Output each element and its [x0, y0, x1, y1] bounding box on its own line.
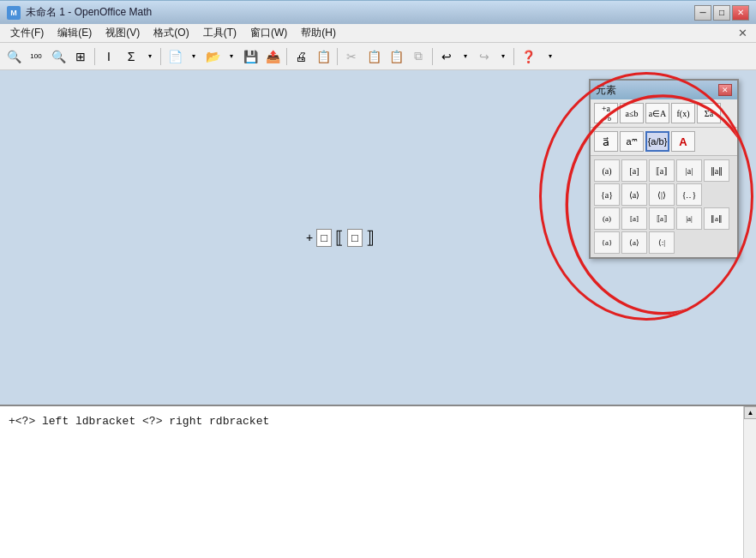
open-dropdown-arrow[interactable]: ▾ [225, 46, 238, 67]
export-button[interactable]: 📤 [262, 46, 283, 67]
sym-curly-brackets[interactable]: {a} [594, 183, 620, 206]
elements-panel-title: 元素 [596, 83, 718, 98]
cat-set-operations[interactable]: a∈A [645, 103, 669, 123]
symbol-row-3: (a) [a] ⟦a⟧ |a| ‖a‖ [594, 207, 734, 230]
sym-scaled-angle-colon[interactable]: ⟨:| [649, 231, 675, 254]
cut-button[interactable]: ✂ [341, 46, 362, 67]
undo-dropdown-arrow[interactable]: ▾ [459, 46, 472, 67]
toolbar-separator-6 [513, 48, 514, 65]
formula-scroll-up-button[interactable]: ▲ [744, 406, 756, 419]
zoom-out-button[interactable]: 🔍 [48, 46, 69, 67]
print-preview-button[interactable]: 📋 [313, 46, 333, 67]
sym-absolute-value[interactable]: |a| [676, 159, 702, 182]
sym-angle-brackets[interactable]: ⟨a⟩ [621, 183, 647, 206]
help-button[interactable]: ❓ [518, 46, 538, 67]
open-button[interactable]: 📂 [202, 46, 223, 67]
clone-button[interactable]: ⧉ [408, 46, 429, 67]
sym-brace-dots[interactable]: {‥} [676, 183, 702, 206]
subcat-brackets[interactable]: {a/b} [645, 131, 669, 152]
cat-unary-binary[interactable]: +a→b [594, 103, 618, 123]
sym-scaled-angle[interactable]: ⟨a⟩ [621, 231, 647, 254]
menu-format[interactable]: 格式(O) [147, 24, 195, 42]
print-button[interactable]: 🖨 [291, 46, 311, 67]
menu-tools[interactable]: 工具(T) [196, 24, 243, 42]
window-title: 未命名 1 - OpenOffice Math [26, 5, 694, 20]
formula-editor: ▲ ▼ ◀ ▶ [0, 405, 756, 558]
formula-scrollbar: ▲ ▼ [743, 406, 756, 558]
new-button[interactable]: 📄 [165, 46, 185, 67]
subcat-arrows[interactable]: a⃗ [594, 131, 618, 152]
formula-rendered: + □ ⟦ □ ⟧ [306, 227, 375, 248]
title-bar: M 未命名 1 - OpenOffice Math ─ □ ✕ [0, 0, 756, 24]
formula-dropdown-arrow[interactable]: ▾ [143, 46, 157, 67]
copy-button[interactable]: 📋 [363, 46, 384, 67]
sym-scaled-double-square[interactable]: ⟦a⟧ [649, 207, 675, 230]
toolbar-separator-1 [94, 48, 95, 65]
cat-functions[interactable]: f(x) [671, 103, 695, 123]
left-box: □ [316, 229, 332, 247]
sym-scaled-round[interactable]: (a) [594, 207, 620, 230]
right-box: □ [347, 229, 363, 247]
toolbar-separator-2 [160, 48, 161, 65]
sym-double-square-brackets[interactable]: ⟦a⟧ [649, 159, 675, 182]
right-bracket-symbol: ⟧ [366, 227, 375, 248]
redo-button[interactable]: ↪ [474, 46, 495, 67]
more-dropdown-arrow[interactable]: ▾ [543, 46, 557, 67]
menu-bar: 文件(F) 编辑(E) 视图(V) 格式(O) 工具(T) 窗口(W) 帮助(H… [0, 24, 756, 43]
elements-panel: 元素 ✕ +a→b a≤b a∈A f(x) Σa a⃗ [589, 79, 739, 259]
menu-window[interactable]: 窗口(W) [243, 24, 294, 42]
formula-input[interactable] [0, 406, 743, 558]
main-area: + □ ⟦ □ ⟧ 元素 ✕ +a→b a≤b a∈A f(x) [0, 70, 756, 405]
cat-operators[interactable]: Σa [697, 103, 721, 123]
elements-symbols: (a) [a] ⟦a⟧ |a| ‖a‖ {a} [591, 156, 737, 257]
minimize-button[interactable]: ─ [694, 5, 711, 21]
symbol-row-2: {a} ⟨a⟩ ⟨|⟩ {‥} [594, 183, 734, 206]
symbol-row-1: (a) [a] ⟦a⟧ |a| ‖a‖ [594, 159, 734, 182]
toolbar-separator-4 [337, 48, 338, 65]
subcat-formatting[interactable]: A [671, 131, 695, 152]
sym-scaled-norm[interactable]: ‖a‖ [704, 207, 729, 230]
sym-scaled-curly[interactable]: {a} [594, 231, 620, 254]
menu-close-icon[interactable]: ✕ [733, 27, 753, 39]
app-icon: M [7, 6, 21, 20]
menu-file[interactable]: 文件(F) [3, 24, 51, 42]
sym-square-brackets[interactable]: [a] [621, 159, 647, 182]
menu-help[interactable]: 帮助(H) [294, 24, 343, 42]
new-dropdown-arrow[interactable]: ▾ [187, 46, 201, 67]
left-bracket-symbol: ⟦ [335, 227, 344, 248]
cat-relations[interactable]: a≤b [620, 103, 644, 123]
subcat-accents[interactable]: aᵐ [620, 131, 644, 152]
elements-categories: +a→b a≤b a∈A f(x) Σa [591, 99, 737, 128]
toolbar-separator-3 [286, 48, 287, 65]
title-controls: ─ □ ✕ [694, 5, 749, 21]
formula-cursor-button[interactable]: Σ [121, 46, 141, 67]
redo-dropdown-arrow[interactable]: ▾ [496, 46, 510, 67]
elements-panel-titlebar: 元素 ✕ [591, 81, 737, 99]
undo-button[interactable]: ↩ [436, 46, 457, 67]
zoom-in-button[interactable]: 🔍 [3, 46, 24, 67]
plus-sign: + [306, 231, 313, 244]
toolbar-separator-5 [432, 48, 433, 65]
paste-button[interactable]: 📋 [386, 46, 406, 67]
sym-round-brackets[interactable]: (a) [594, 159, 620, 182]
menu-view[interactable]: 视图(V) [99, 24, 147, 42]
zoom-100-button[interactable]: 100 [26, 46, 46, 67]
sym-scaled-absolute[interactable]: |a| [676, 207, 702, 230]
sym-scaled-square[interactable]: [a] [621, 207, 647, 230]
save-button[interactable]: 💾 [240, 46, 261, 67]
elements-panel-close-button[interactable]: ✕ [718, 84, 732, 96]
close-window-button[interactable]: ✕ [732, 5, 749, 21]
sym-norm[interactable]: ‖a‖ [704, 159, 729, 182]
zoom-all-button[interactable]: ⊞ [70, 46, 91, 67]
sym-angle-bar[interactable]: ⟨|⟩ [649, 183, 675, 206]
elements-subcategories: a⃗ aᵐ {a/b} A [591, 128, 737, 156]
symbol-row-4: {a} ⟨a⟩ ⟨:| [594, 231, 734, 254]
toolbar: 🔍 100 🔍 ⊞ I Σ ▾ 📄 ▾ 📂 ▾ 💾 📤 🖨 📋 ✂ 📋 📋 ⧉ … [0, 43, 756, 70]
select-formula-button[interactable]: I [99, 46, 119, 67]
menu-edit[interactable]: 编辑(E) [51, 24, 99, 42]
maximize-button[interactable]: □ [713, 5, 730, 21]
